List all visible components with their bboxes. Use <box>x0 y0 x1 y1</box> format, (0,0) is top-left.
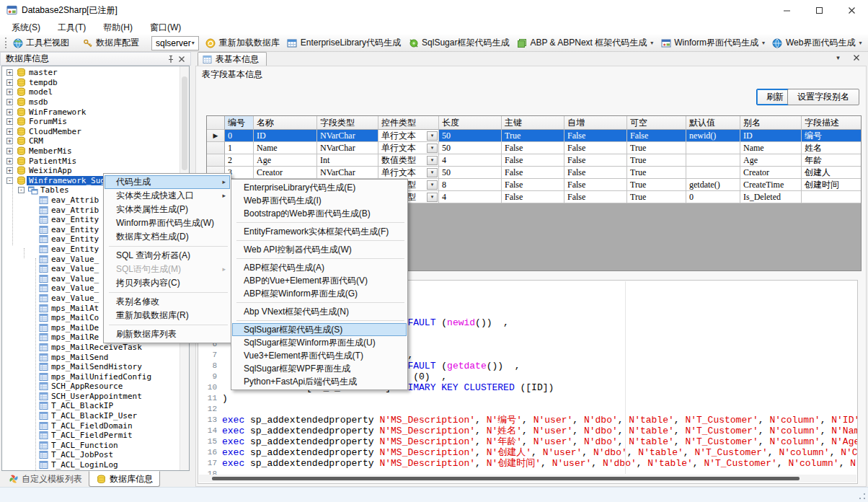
context-menu-item[interactable]: 实体类属性生成(P) <box>105 203 230 216</box>
grid-cell[interactable]: False <box>564 179 627 191</box>
grid-cell[interactable]: False <box>502 179 564 191</box>
grid-cell[interactable]: 数值类型▾ <box>378 154 439 167</box>
tree-item[interactable]: +PatientMis <box>2 156 179 166</box>
resize-grip[interactable] <box>858 492 867 501</box>
tab-close-icon[interactable] <box>851 52 862 63</box>
context-menu-item[interactable]: Python+FastApi后端代码生成 <box>232 375 407 388</box>
tree-item[interactable]: T_ACL_LoginLog <box>2 460 179 470</box>
grid-cell[interactable]: True <box>627 191 686 203</box>
tree-item[interactable]: +master <box>2 68 179 78</box>
grid-cell[interactable]: 姓名 <box>802 142 862 154</box>
grid-cell[interactable]: True <box>627 142 686 154</box>
context-menu-item[interactable]: SqlSugar框架代码生成(S) <box>232 323 407 336</box>
grid-cell[interactable]: 单行文本▾ <box>378 142 439 154</box>
context-menu-item[interactable]: ABP的Vue+Element界面代码(V) <box>232 274 407 287</box>
grid-cell[interactable]: 0 <box>225 130 254 142</box>
grid-cell[interactable]: newid() <box>686 130 740 142</box>
grid-cell[interactable]: Creator <box>254 167 317 179</box>
tab-list-chevron-icon[interactable]: ▾ <box>833 52 843 63</box>
context-menu-item[interactable]: Abp VNext框架代码生成(N) <box>232 305 407 318</box>
grid-cell[interactable]: NVarChar <box>317 130 378 142</box>
grid-column-header[interactable]: 控件类型 <box>378 116 439 130</box>
grid-cell[interactable]: 单行文本▾ <box>378 130 439 142</box>
grid-cell[interactable]: ID <box>740 130 802 142</box>
tree-item[interactable]: mps_MailReceiveTask <box>2 343 179 353</box>
grid-column-header[interactable]: 字段描述 <box>802 116 862 130</box>
tree-item[interactable]: +ForumMis <box>2 117 179 127</box>
grid-cell[interactable]: 50 <box>439 130 502 142</box>
grid-cell[interactable]: 年龄 <box>802 154 862 167</box>
grid-column-header[interactable]: 长度 <box>439 116 502 130</box>
tree-item[interactable]: +WinFramework <box>2 107 179 117</box>
grid-cell[interactable]: Is_Deleted <box>740 191 802 203</box>
grid-cell[interactable]: False <box>564 130 627 142</box>
grid-cell[interactable]: False <box>502 142 564 154</box>
toolbar-button[interactable]: Web界面代码生成▾ <box>769 35 865 50</box>
grid-cell[interactable]: False <box>502 167 564 179</box>
toolbar-button[interactable]: 工具栏视图 <box>9 35 73 50</box>
horizontal-scrollbar[interactable] <box>199 475 856 483</box>
tree-item[interactable]: +CRM <box>2 136 179 146</box>
menubar-item[interactable]: 窗口(W) <box>143 20 187 35</box>
row-selector-cell[interactable]: ▶ <box>207 130 225 142</box>
context-menu-item[interactable]: ABP框架Winform界面生成(G) <box>232 287 407 300</box>
grid-cell[interactable]: 创建时间 <box>802 179 862 191</box>
context-menu-item[interactable]: EntityFramework实体框架代码生成(F) <box>232 225 407 238</box>
grid-cell[interactable]: False <box>564 154 627 167</box>
close-icon[interactable] <box>836 0 868 20</box>
minimize-icon[interactable] <box>771 0 803 20</box>
grid-cell[interactable]: Int <box>317 154 378 167</box>
maximize-icon[interactable] <box>803 0 836 20</box>
menubar-item[interactable]: 工具(T) <box>51 20 92 35</box>
context-menu-item[interactable]: ABP框架代码生成(A) <box>232 261 407 274</box>
context-menu-item[interactable]: SqlSugar框架WPF界面生成 <box>232 362 407 375</box>
tree-item[interactable]: +tempdb <box>2 78 179 88</box>
tree-item[interactable]: SCH_UserAppointment <box>2 392 179 402</box>
grid-cell[interactable]: ID <box>254 130 317 142</box>
tree-item[interactable]: T_ACL_BlackIP_User <box>2 411 179 421</box>
grid-cell[interactable]: True <box>627 154 686 167</box>
grid-cell[interactable]: False <box>627 130 686 142</box>
grid-cell[interactable]: False <box>502 191 564 203</box>
grid-column-header[interactable]: 自增 <box>564 116 627 130</box>
context-menu-item[interactable]: 实体类生成快速入口▸ <box>105 189 230 203</box>
grid-column-header[interactable]: 名称 <box>254 116 317 130</box>
grid-cell[interactable]: Age <box>254 154 317 167</box>
grid-column-header[interactable]: 可空 <box>627 116 686 130</box>
grid-column-header[interactable]: 编号 <box>225 116 254 130</box>
grid-cell[interactable]: False <box>564 142 627 154</box>
grid-cell[interactable]: True <box>502 130 564 142</box>
context-menu-item[interactable]: Winform界面代码生成(W) <box>105 216 230 230</box>
context-menu-item[interactable]: 数据库文档生成(D) <box>105 230 230 244</box>
tree-item[interactable]: +msdb <box>2 97 179 107</box>
context-menu-item[interactable]: Web界面代码生成(I) <box>232 194 407 207</box>
grid-cell[interactable]: Age <box>740 154 802 167</box>
grid-cell[interactable]: True <box>627 179 686 191</box>
grid-cell[interactable]: NVarChar <box>317 142 378 154</box>
grid-cell[interactable]: False <box>564 167 627 179</box>
grid-cell[interactable]: 50 <box>439 167 502 179</box>
grid-cell[interactable]: NVarChar <box>317 167 378 179</box>
context-menu-item[interactable]: Vue3+Element界面代码生成(T) <box>232 349 407 362</box>
grid-cell[interactable]: 1 <box>225 142 254 154</box>
tree-item[interactable]: mps_MailSend <box>2 352 179 362</box>
tree-item[interactable]: T_ACL_BlackIP <box>2 401 179 411</box>
context-menu-item[interactable]: 表别名修改 <box>105 295 230 309</box>
tree-item[interactable]: mps_MailSendHistory <box>2 362 179 372</box>
bottom-tab-active[interactable]: 数据库信息 <box>89 471 160 487</box>
grid-cell[interactable]: 单行文本▾ <box>378 167 439 179</box>
tree-item[interactable]: +MemberMis <box>2 146 179 157</box>
context-menu-item[interactable]: 拷贝列表内容(C) <box>105 276 230 290</box>
grid-cell[interactable]: Name <box>740 142 802 154</box>
tree-item[interactable]: +CloudMember <box>2 127 179 137</box>
tree-item[interactable]: mps_MailUnifiedConfig <box>2 371 179 382</box>
grid-cell[interactable] <box>802 191 862 203</box>
menubar-item[interactable]: 系统(S) <box>5 20 47 35</box>
grid-cell[interactable]: 8 <box>439 179 502 191</box>
pin-icon[interactable] <box>165 53 176 64</box>
database-type-combo[interactable]: sqlserver▾ <box>151 36 199 50</box>
context-menu-item[interactable]: SqlSugar框架Winform界面生成(U) <box>232 336 407 349</box>
combo-dropdown-icon[interactable]: ▾ <box>427 131 438 141</box>
context-menu-item[interactable]: Bootstrap的Web界面代码生成(B) <box>232 207 407 220</box>
combo-dropdown-icon[interactable]: ▾ <box>427 180 438 190</box>
